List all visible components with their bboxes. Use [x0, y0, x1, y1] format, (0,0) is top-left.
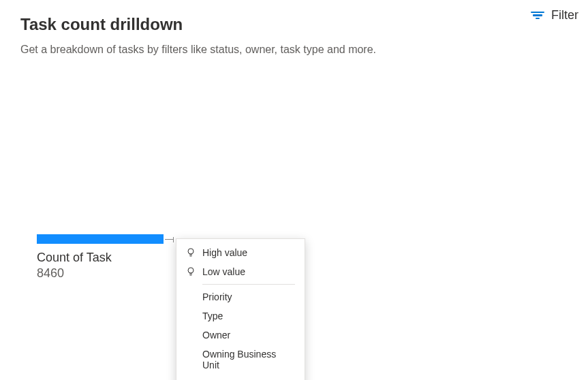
page-title: Task count drilldown [20, 15, 568, 34]
drill-option-low-value[interactable]: Low value [176, 262, 305, 281]
drill-option-priority[interactable]: Priority [176, 287, 305, 306]
drilldown-menu: High value Low value Priority Type Owner… [176, 238, 305, 380]
chart-area: Count of Task 8460 [37, 234, 173, 281]
drill-option-label: Owning Business Unit [202, 349, 295, 370]
drill-option-owner[interactable]: Owner [176, 326, 305, 345]
svg-point-0 [188, 249, 194, 254]
drill-option-label: Type [202, 311, 223, 321]
drill-option-label: Owner [202, 330, 230, 341]
drill-option-owning-business-unit[interactable]: Owning Business Unit [176, 345, 305, 375]
page-subtitle: Get a breakdown of tasks by filters like… [20, 44, 568, 56]
drill-option-label: Priority [202, 291, 232, 302]
drill-option-type[interactable]: Type [176, 306, 305, 326]
menu-divider [202, 284, 295, 285]
filter-button-label: Filter [551, 8, 578, 22]
filter-icon [531, 12, 544, 20]
lightbulb-icon [186, 248, 196, 257]
count-label: Count of Task [37, 251, 173, 265]
drilldown-expand-icon[interactable] [165, 239, 173, 240]
count-value: 8460 [37, 266, 173, 281]
drill-option-status[interactable]: Status [176, 375, 305, 380]
task-count-bar[interactable] [37, 234, 164, 244]
lightbulb-icon [186, 267, 196, 276]
drill-option-label: High value [202, 247, 247, 258]
filter-button[interactable]: Filter [531, 8, 578, 22]
drill-option-high-value[interactable]: High value [176, 243, 305, 262]
drill-option-label: Low value [202, 266, 245, 277]
svg-point-1 [188, 268, 194, 273]
